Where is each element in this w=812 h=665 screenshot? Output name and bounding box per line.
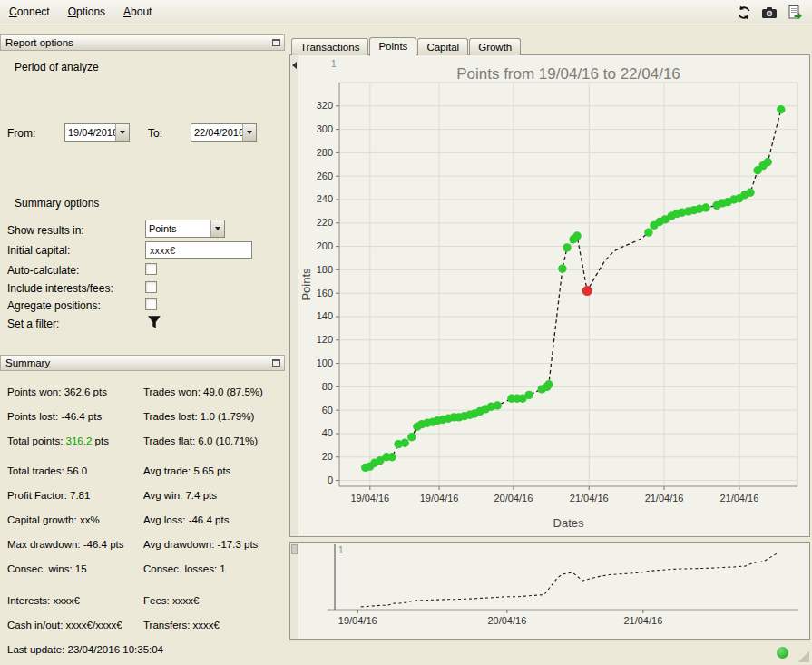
refresh-icon[interactable] <box>734 3 754 22</box>
summary-grid: Points won: 362.6 ptsTrades won: 49.0 (8… <box>0 381 286 644</box>
tab-bar: TransactionsPointsCapitalGrowth <box>289 34 522 55</box>
svg-text:180: 180 <box>317 264 333 275</box>
filter-icon[interactable] <box>147 315 161 329</box>
resize-grip[interactable] <box>798 651 809 662</box>
tab-growth[interactable]: Growth <box>469 38 521 55</box>
initial-capital-input[interactable] <box>145 241 252 259</box>
svg-text:100: 100 <box>317 357 333 368</box>
set-filter-label: Set a filter: <box>7 318 59 330</box>
camera-icon[interactable] <box>759 3 779 22</box>
total-points-value: 316.2 <box>66 435 93 446</box>
summary-title: Summary <box>5 357 50 368</box>
show-results-value: Points <box>146 223 210 234</box>
summary-stat-left: Consec. wins: 15 <box>7 563 87 574</box>
chart-splitter-strip[interactable] <box>290 543 298 639</box>
summary-stat-right: Trades lost: 1.0 (1.79%) <box>143 411 254 422</box>
summary-stat-right: Avg drawdown: -17.3 pts <box>143 539 258 550</box>
scrollbar-thumb[interactable] <box>291 544 298 554</box>
auto-calculate-label: Auto-calculate: <box>7 264 79 277</box>
include-interests-label: Include interests/fees: <box>7 282 113 295</box>
chevron-down-icon[interactable] <box>242 124 256 141</box>
svg-text:Points from 19/04/16 to 22/04/: Points from 19/04/16 to 22/04/16 <box>456 65 680 83</box>
dock-icon[interactable] <box>272 359 280 367</box>
svg-text:20: 20 <box>322 451 333 462</box>
svg-text:1: 1 <box>331 59 337 69</box>
to-label: To: <box>148 127 162 140</box>
svg-text:300: 300 <box>317 123 333 134</box>
summary-stat-right: Avg win: 7.4 pts <box>143 490 217 501</box>
svg-text:Points: Points <box>299 268 313 301</box>
svg-text:19/04/16: 19/04/16 <box>338 615 377 626</box>
svg-text:160: 160 <box>317 288 333 298</box>
auto-calculate-checkbox[interactable] <box>145 263 157 275</box>
svg-text:220: 220 <box>317 217 333 228</box>
summary-stat-right: Consec. losses: 1 <box>143 563 226 574</box>
from-date-value: 19/04/2016 <box>65 127 115 138</box>
svg-text:21/04/16: 21/04/16 <box>719 493 758 504</box>
summary-stat-left: Total trades: 56.0 <box>7 465 87 476</box>
svg-text:120: 120 <box>317 334 333 345</box>
summary-stat-left: Profit Factor: 7.81 <box>7 490 90 501</box>
period-of-analyze-label: Period of analyze <box>15 61 99 73</box>
svg-text:21/04/16: 21/04/16 <box>645 493 684 504</box>
svg-text:20/04/16: 20/04/16 <box>494 493 533 504</box>
chart-splitter-strip[interactable] <box>290 55 298 536</box>
aggregate-positions-label: Agregate positions: <box>7 299 101 312</box>
report-options-title: Report options <box>5 37 73 48</box>
initial-capital-label: Initial capital: <box>7 244 70 257</box>
summary-stat-right: Avg trade: 5.65 pts <box>143 465 230 476</box>
summary-stat-left: Capital growth: xx% <box>7 514 100 525</box>
svg-text:19/04/16: 19/04/16 <box>420 493 459 504</box>
tab-points[interactable]: Points <box>369 37 416 56</box>
last-update-text: Last update: 23/04/2016 10:35:04 <box>7 644 163 655</box>
from-label: From: <box>7 127 35 140</box>
summary-stat-left: Max drawdown: -46.4 pts <box>7 539 123 550</box>
svg-text:60: 60 <box>322 405 333 416</box>
svg-text:320: 320 <box>317 100 333 111</box>
chevron-down-icon[interactable] <box>115 124 129 141</box>
to-date-select[interactable]: 22/04/2016 <box>191 123 257 142</box>
svg-text:280: 280 <box>317 147 333 158</box>
svg-text:21/04/16: 21/04/16 <box>570 493 609 504</box>
summary-stat-right: Trades won: 49.0 (87.5%) <box>143 386 263 397</box>
svg-text:200: 200 <box>317 240 333 251</box>
svg-text:80: 80 <box>322 381 333 392</box>
dock-icon[interactable] <box>272 39 280 46</box>
svg-text:40: 40 <box>322 427 333 438</box>
toolbar-icons <box>734 3 805 22</box>
summary-stat-right: Fees: xxxx€ <box>143 595 199 606</box>
svg-text:21/04/16: 21/04/16 <box>623 615 662 626</box>
from-date-select[interactable]: 19/04/2016 <box>64 123 130 142</box>
tab-transactions[interactable]: Transactions <box>291 38 368 55</box>
svg-text:19/04/16: 19/04/16 <box>350 493 389 504</box>
svg-text:Dates: Dates <box>553 516 584 530</box>
report-options-header[interactable]: Report options <box>0 34 285 51</box>
collapse-left-icon[interactable] <box>292 62 297 69</box>
nav-chart-svg[interactable]: 19/04/1620/04/1621/04/161 <box>298 543 809 639</box>
summary-stat-left: Points lost: -46.4 pts <box>7 411 102 422</box>
chevron-down-icon[interactable] <box>210 220 224 237</box>
tab-capital[interactable]: Capital <box>417 38 468 55</box>
svg-text:0: 0 <box>328 474 333 485</box>
export-icon[interactable] <box>785 3 805 22</box>
show-results-label: Show results in: <box>7 224 84 237</box>
summary-stat-left: Interests: xxxx€ <box>7 595 80 606</box>
svg-text:240: 240 <box>317 193 333 204</box>
summary-stat-left: Total points: 316.2 pts <box>7 435 109 446</box>
summary-options-label: Summary options <box>15 197 99 210</box>
main-chart-panel: 0204060801001201401601802002202402602803… <box>289 54 810 537</box>
include-interests-checkbox[interactable] <box>145 281 157 293</box>
connection-status-dot <box>777 647 788 659</box>
summary-stat-left: Points won: 362.6 pts <box>7 386 107 397</box>
overview-chart-panel: 19/04/1620/04/1621/04/161 <box>289 542 810 640</box>
summary-stat-right: Avg loss: -46.4 pts <box>143 514 229 525</box>
to-date-value: 22/04/2016 <box>191 127 242 138</box>
svg-text:260: 260 <box>317 171 333 181</box>
summary-stat-right: Transfers: xxxx€ <box>143 620 220 631</box>
summary-header[interactable]: Summary <box>0 355 285 371</box>
svg-text:140: 140 <box>317 310 333 321</box>
show-results-select[interactable]: Points <box>145 220 225 238</box>
summary-stat-left: Cash in/out: xxxx€/xxxx€ <box>7 620 122 631</box>
aggregate-positions-checkbox[interactable] <box>145 298 157 310</box>
main-chart-svg[interactable]: 0204060801001201401601802002202402602803… <box>298 55 809 536</box>
